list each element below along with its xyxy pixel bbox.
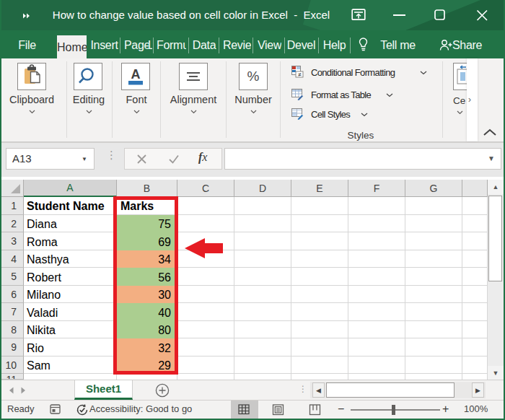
svg-text:A: A bbox=[131, 67, 141, 82]
svg-text:%: % bbox=[247, 69, 260, 84]
